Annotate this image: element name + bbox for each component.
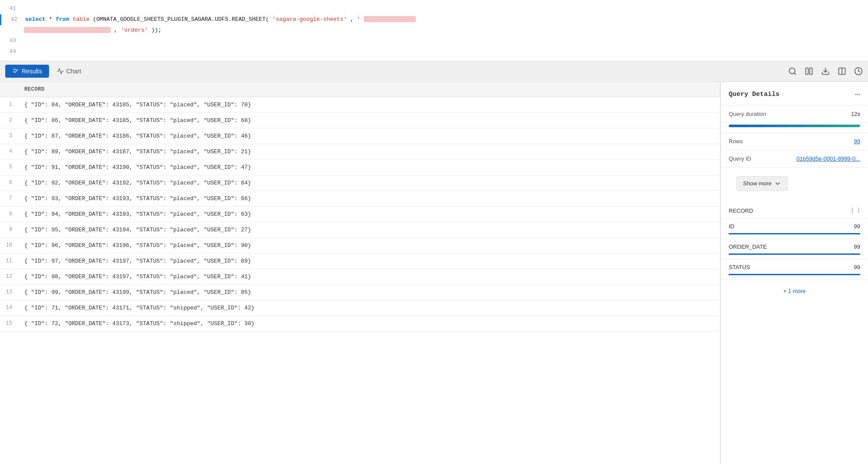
query-id-value[interactable]: 01b59d5e-0001-8999-0...: [796, 155, 860, 162]
row-data: { "ID": 93, "ORDER_DATE": 43193, "STATUS…: [17, 191, 720, 206]
row-number: 8: [0, 206, 17, 222]
rows-label: Rows: [729, 138, 743, 145]
line-number-41: 41: [0, 4, 24, 13]
more-label[interactable]: + 1 more: [721, 283, 868, 299]
row-data: { "ID": 92, "ORDER_DATE": 43192, "STATUS…: [17, 175, 720, 191]
code-line-41: 41: [0, 3, 868, 14]
row-number: 15: [0, 316, 17, 331]
table-row: 4 { "ID": 89, "ORDER_DATE": 43187, "STAT…: [0, 144, 720, 159]
query-id-label: Query ID: [729, 155, 751, 162]
chart-button[interactable]: Chart: [51, 65, 87, 78]
column-section: RECORD[ ]ID99ORDER_DATE99STATUS99: [721, 200, 868, 283]
show-more-button[interactable]: Show more: [736, 176, 788, 191]
row-number: 4: [0, 144, 17, 159]
sidebar-title: Query Details: [729, 91, 779, 98]
sidebar-menu-icon[interactable]: ⋯: [855, 89, 860, 100]
table-row: 1 { "ID": 84, "ORDER_DATE": 43185, "STAT…: [0, 97, 720, 112]
column-row: ID99: [721, 219, 868, 239]
history-icon[interactable]: [854, 67, 863, 76]
column-name: STATUS: [729, 264, 750, 270]
row-data: { "ID": 87, "ORDER_DATE": 43186, "STATUS…: [17, 128, 720, 144]
record-column-header: RECORD: [17, 82, 720, 97]
column-name: ID: [729, 223, 734, 230]
column-row: RECORD[ ]: [721, 203, 868, 219]
chart-label: Chart: [66, 68, 81, 75]
row-number: 14: [0, 300, 17, 316]
search-icon[interactable]: [788, 67, 797, 76]
column-bar: [729, 253, 860, 255]
column-count: 99: [854, 264, 860, 270]
results-label: Results: [22, 68, 42, 75]
row-number: 1: [0, 97, 17, 112]
table-row: 5 { "ID": 91, "ORDER_DATE": 43190, "STAT…: [0, 159, 720, 175]
row-number: 10: [0, 237, 17, 253]
results-button[interactable]: Results: [5, 65, 49, 78]
results-table: RECORD 1 { "ID": 84, "ORDER_DATE": 43185…: [0, 82, 720, 332]
column-bar: [729, 274, 860, 275]
table-body: 1 { "ID": 84, "ORDER_DATE": 43185, "STAT…: [0, 97, 720, 331]
svg-rect-3: [806, 68, 809, 75]
progress-bar-fill: [729, 125, 860, 127]
row-number: 7: [0, 191, 17, 206]
column-count: 99: [854, 244, 860, 250]
split-view-icon[interactable]: [838, 67, 846, 76]
code-line-42b: , 'orders' ));: [0, 25, 868, 36]
row-data: { "ID": 72, "ORDER_DATE": 43173, "STATUS…: [17, 316, 720, 331]
redacted-value-1: [364, 16, 416, 22]
chart-icon: [57, 68, 64, 75]
row-data: { "ID": 95, "ORDER_DATE": 43194, "STATUS…: [17, 222, 720, 237]
show-more-label: Show more: [743, 180, 772, 187]
row-data: { "ID": 96, "ORDER_DATE": 43196, "STATUS…: [17, 237, 720, 253]
row-data: { "ID": 89, "ORDER_DATE": 43187, "STATUS…: [17, 144, 720, 159]
row-number: 2: [0, 112, 17, 128]
line-number-44: 44: [0, 47, 24, 56]
svg-rect-4: [810, 68, 812, 75]
table-scroll-container[interactable]: RECORD 1 { "ID": 84, "ORDER_DATE": 43185…: [0, 82, 720, 464]
table-row: 13 { "ID": 99, "ORDER_DATE": 43199, "STA…: [0, 284, 720, 300]
column-row: STATUS99: [721, 260, 868, 280]
columns-icon[interactable]: [805, 67, 813, 76]
svg-line-2: [794, 73, 796, 75]
results-toolbar: Results Chart: [0, 61, 868, 82]
table-header-row: RECORD: [0, 82, 720, 97]
row-number: 3: [0, 128, 17, 144]
table-row: 3 { "ID": 87, "ORDER_DATE": 43186, "STAT…: [0, 128, 720, 144]
table-row: 9 { "ID": 95, "ORDER_DATE": 43194, "STAT…: [0, 222, 720, 237]
line-number-42: 42: [1, 15, 25, 24]
column-name: RECORD: [729, 207, 753, 214]
row-data: { "ID": 71, "ORDER_DATE": 43171, "STATUS…: [17, 300, 720, 316]
table-row: 12 { "ID": 98, "ORDER_DATE": 43197, "STA…: [0, 269, 720, 284]
query-duration-label: Query duration: [729, 111, 766, 117]
rows-value[interactable]: 99: [854, 138, 860, 145]
row-number: 6: [0, 175, 17, 191]
download-icon[interactable]: [821, 67, 830, 76]
row-data: { "ID": 86, "ORDER_DATE": 43185, "STATUS…: [17, 112, 720, 128]
row-number: 9: [0, 222, 17, 237]
code-line-42: 42 select * from table (OMNATA_GOOGLE_SH…: [0, 14, 868, 25]
row-number: 13: [0, 284, 17, 300]
show-more-container: Show more: [721, 168, 868, 200]
code-line-44: 44: [0, 46, 868, 57]
query-id-row: Query ID 01b59d5e-0001-8999-0...: [721, 150, 868, 168]
column-bar: [729, 233, 860, 234]
row-number: 5: [0, 159, 17, 175]
table-row: 6 { "ID": 92, "ORDER_DATE": 43192, "STAT…: [0, 175, 720, 191]
code-line-43: 43: [0, 36, 868, 46]
row-data: { "ID": 91, "ORDER_DATE": 43190, "STATUS…: [17, 159, 720, 175]
column-count: 99: [854, 223, 860, 230]
column-row: ORDER_DATE99: [721, 239, 868, 260]
row-num-header: [0, 82, 17, 97]
table-row: 15 { "ID": 72, "ORDER_DATE": 43173, "STA…: [0, 316, 720, 331]
table-row: 14 { "ID": 71, "ORDER_DATE": 43171, "STA…: [0, 300, 720, 316]
column-badge: [ ]: [851, 207, 860, 214]
results-table-area: RECORD 1 { "ID": 84, "ORDER_DATE": 43185…: [0, 82, 720, 464]
row-number: 12: [0, 269, 17, 284]
results-icon: [12, 68, 19, 75]
chevron-down-icon: [774, 180, 781, 187]
table-row: 11 { "ID": 97, "ORDER_DATE": 43197, "STA…: [0, 253, 720, 269]
table-row: 10 { "ID": 96, "ORDER_DATE": 43196, "STA…: [0, 237, 720, 253]
toolbar-right: [788, 67, 863, 76]
query-details-sidebar: Query Details ⋯ Query duration 12s Rows …: [720, 82, 868, 464]
row-number: 11: [0, 253, 17, 269]
table-row: 8 { "ID": 94, "ORDER_DATE": 43193, "STAT…: [0, 206, 720, 222]
